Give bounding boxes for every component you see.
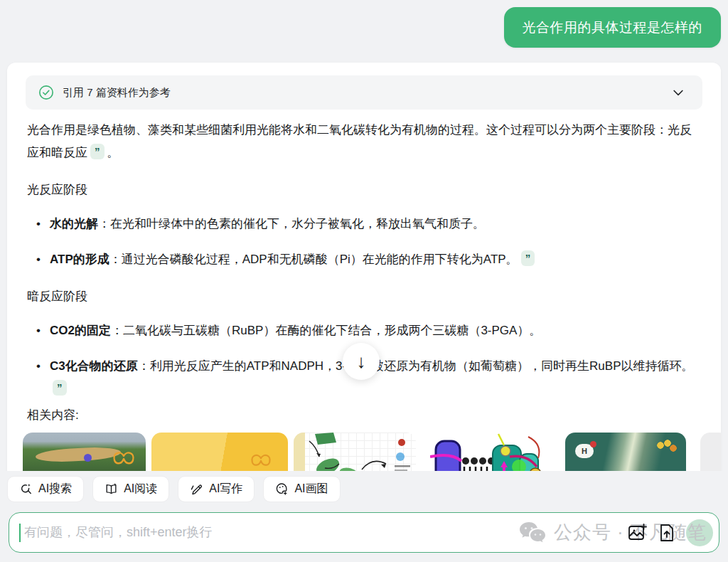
message-input-box[interactable]: 公众号 · 不凡随笔: [9, 512, 719, 553]
ai-search-button[interactable]: AI搜索: [7, 476, 84, 502]
chat-screen: 光合作用的具体过程是怎样的 引用 7 篇资料作为参考 光合作用是绿色植物、藻类和…: [0, 0, 728, 562]
butterfly-logo-icon: [112, 447, 136, 468]
ai-write-icon: [190, 482, 203, 496]
chevron-down-icon[interactable]: [671, 85, 685, 100]
citation-chip[interactable]: ”: [53, 380, 67, 396]
down-arrow-icon: ↓: [357, 351, 366, 373]
assistant-answer-card: 引用 7 篇资料作为参考 光合作用是绿色植物、藻类和某些细菌利用光能将水和二氧化…: [7, 63, 721, 484]
citation-header-label: 引用 7 篇资料作为参考: [63, 86, 171, 100]
intro-suffix: 。: [107, 146, 119, 159]
intro-text: 光合作用是绿色植物、藻类和某些细菌利用光能将水和二氧化碳转化为有机物的过程。这个…: [27, 123, 692, 159]
butterfly-logo-icon: [250, 450, 272, 470]
scroll-down-button[interactable]: ↓: [343, 343, 380, 380]
user-message-bubble: 光合作用的具体过程是怎样的: [504, 7, 722, 48]
list-item: ATP的形成：通过光合磷酸化过程，ADP和无机磷酸（Pi）在光能的作用下转化为A…: [27, 248, 701, 271]
citation-chip[interactable]: ”: [521, 250, 535, 266]
citation-sources-header[interactable]: 引用 7 篇资料作为参考: [26, 75, 702, 110]
bullet-lead: CO2的固定: [50, 324, 111, 337]
ai-draw-label: AI画图: [294, 482, 328, 497]
ai-search-label: AI搜索: [38, 482, 72, 497]
ai-draw-icon: [275, 482, 289, 496]
related-content-label: 相关内容:: [27, 407, 79, 423]
ai-write-label: AI写作: [209, 482, 242, 497]
ai-read-icon: [105, 482, 118, 496]
ai-write-button[interactable]: AI写作: [178, 476, 255, 502]
upload-file-icon[interactable]: [657, 523, 677, 543]
h-plus-molecule: H: [575, 444, 594, 458]
send-button[interactable]: [686, 519, 713, 546]
message-input[interactable]: [24, 525, 709, 540]
bullet-text: ：利用光反应产生的ATP和NADPH，3-PGA被还原为有机物（如葡萄糖），同时…: [138, 359, 694, 373]
bullet-lead: ATP的形成: [50, 253, 109, 266]
ai-toolbar: AI搜索 AI阅读 AI写作: [0, 471, 728, 502]
user-message-text: 光合作用的具体过程是怎样的: [523, 18, 703, 37]
text-cursor: [19, 524, 21, 542]
bullet-lead: 水的光解: [50, 217, 98, 230]
bullet-lead: C3化合物的还原: [50, 359, 138, 373]
ai-search-icon: [19, 482, 33, 496]
figure-dot: [84, 454, 92, 462]
ai-read-label: AI阅读: [124, 482, 157, 497]
ai-draw-button[interactable]: AI画图: [263, 476, 340, 502]
answer-intro-paragraph: 光合作用是绿色植物、藻类和某些细菌利用光能将水和二氧化碳转化为有机物的过程。这个…: [27, 119, 701, 164]
section-heading-light-reaction: 光反应阶段: [27, 179, 701, 201]
bullet-text: ：在光和叶绿体中的色素的催化下，水分子被氧化，释放出氧气和质子。: [98, 217, 485, 230]
footer: AI搜索 AI阅读 AI写作: [0, 471, 728, 562]
light-reaction-list: 水的光解：在光和叶绿体中的色素的催化下，水分子被氧化，释放出氧气和质子。 ATP…: [27, 213, 701, 271]
bullet-text: ：二氧化碳与五碳糖（RuBP）在酶的催化下结合，形成两个三碳糖（3-PGA）。: [111, 324, 541, 337]
list-item: 水的光解：在光和叶绿体中的色素的催化下，水分子被氧化，释放出氧气和质子。: [27, 213, 701, 235]
ai-read-button[interactable]: AI阅读: [92, 476, 169, 502]
check-circle-icon: [38, 85, 54, 100]
add-image-icon[interactable]: [627, 523, 647, 543]
molecule-cluster: [656, 440, 678, 455]
citation-chip[interactable]: ”: [90, 144, 105, 159]
bullet-text: ：通过光合磷酸化过程，ADP和无机磷酸（Pi）在光能的作用下转化为ATP。: [109, 253, 518, 266]
field-decoration: [36, 446, 122, 463]
list-item: CO2的固定：二氧化碳与五碳糖（RuBP）在酶的催化下结合，形成两个三碳糖（3-…: [27, 319, 701, 342]
section-heading-dark-reaction: 暗反应阶段: [27, 285, 701, 308]
